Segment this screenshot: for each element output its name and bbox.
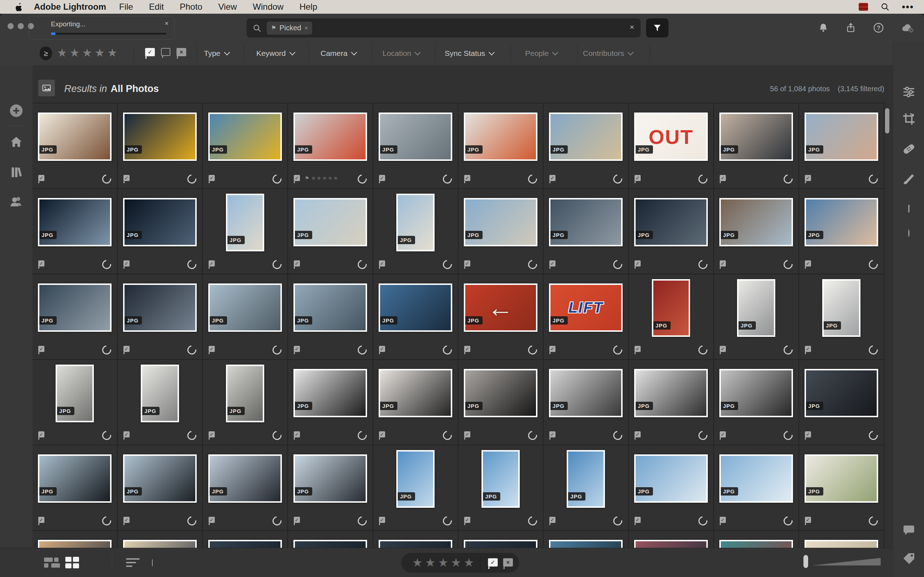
- photo-cell-traffic-cone-closeup[interactable]: JPG✓⚑★★★★★: [288, 103, 373, 189]
- filter-toggle-button[interactable]: [646, 18, 669, 37]
- radial-gradient-button[interactable]: [908, 230, 909, 237]
- photo-cell-sunflowers-sky[interactable]: JPG✓: [203, 103, 288, 189]
- picked-flag-checkbox[interactable]: ✓: [38, 431, 44, 437]
- picked-flag-checkbox[interactable]: ✓: [635, 431, 641, 437]
- flag-unflagged-filter[interactable]: [161, 48, 170, 56]
- picked-flag-checkbox[interactable]: ✓: [38, 175, 44, 181]
- picked-flag-checkbox[interactable]: ✓: [635, 260, 641, 266]
- photo-cell-skyline-clouds[interactable]: JPG✓: [629, 445, 714, 531]
- menu-item-edit[interactable]: Edit: [149, 2, 164, 12]
- photo-cell-building-portrait[interactable]: JPG✓: [203, 189, 288, 274]
- toolbar-rating-stars[interactable]: ★★★★★: [412, 556, 477, 569]
- window-close-button[interactable]: [8, 23, 14, 29]
- picked-flag-checkbox[interactable]: ✓: [208, 517, 215, 523]
- sidebar-item-library[interactable]: [9, 165, 23, 179]
- app-name[interactable]: Adobe Lightroom: [34, 2, 106, 12]
- export-cancel-icon[interactable]: ×: [165, 19, 168, 27]
- photo-thumbnail[interactable]: JPG: [294, 455, 367, 503]
- photo-thumbnail[interactable]: JPG: [464, 198, 538, 246]
- photo-thumbnail[interactable]: JPG: [396, 450, 435, 508]
- photo-cell-mask-straw-portrait[interactable]: JPG✓: [714, 103, 799, 189]
- photo-thumbnail[interactable]: JPG: [464, 369, 538, 417]
- picked-flag-checkbox[interactable]: ✓: [379, 175, 385, 181]
- picked-flag-checkbox[interactable]: ✓: [208, 175, 215, 181]
- photo-thumbnail[interactable]: JPG: [634, 455, 708, 503]
- photo-cell-night-clouds-glow[interactable]: JPG✓: [32, 189, 118, 274]
- thumbnail-size-slider-track[interactable]: [812, 558, 881, 566]
- picked-flag-checkbox[interactable]: ✓: [720, 346, 726, 352]
- photo-cell-partial-dark-4[interactable]: JPG✓: [459, 531, 544, 549]
- photo-thumbnail[interactable]: JPG: [208, 113, 282, 161]
- photo-thumbnail[interactable]: JPG: [804, 198, 878, 246]
- picked-flag-checkbox[interactable]: ✓: [805, 517, 811, 523]
- photo-thumbnail[interactable]: JPG: [634, 198, 708, 246]
- notifications-bell-icon[interactable]: [818, 22, 829, 34]
- photo-cell-partial-red-blue[interactable]: JPG✓: [629, 531, 714, 549]
- photo-cell-partial-warm-2[interactable]: JPG✓: [118, 531, 203, 549]
- photo-cell-partial-beige[interactable]: JPG✓: [799, 531, 884, 549]
- photo-cell-dumpling-plate-top[interactable]: JPG✓: [799, 445, 884, 531]
- photo-cell-building-portrait-2[interactable]: JPG✓: [373, 189, 459, 274]
- picked-flag-checkbox[interactable]: ✓: [720, 517, 726, 523]
- photo-thumbnail[interactable]: JPG: [396, 193, 435, 251]
- sort-button[interactable]: [126, 558, 140, 567]
- photo-thumbnail[interactable]: JPG: [719, 369, 793, 417]
- filter-dropdown-sync-status[interactable]: Sync Status: [445, 42, 494, 65]
- picked-flag-checkbox[interactable]: ✓: [294, 346, 300, 352]
- picked-flag-checkbox[interactable]: ✓: [464, 431, 470, 437]
- keywords-button[interactable]: [901, 551, 916, 566]
- photo-thumbnail[interactable]: JPG: [379, 284, 452, 332]
- photo-cell-cone-white-fence[interactable]: JPG✓: [459, 103, 544, 189]
- photo-thumbnail[interactable]: JPG: [38, 455, 111, 503]
- photo-cell-desk-dark[interactable]: JPG✓: [799, 360, 884, 445]
- picked-flag-checkbox[interactable]: ✓: [379, 431, 385, 437]
- picked-flag-checkbox[interactable]: ✓: [208, 431, 215, 437]
- picked-flag-checkbox[interactable]: ✓: [123, 260, 129, 266]
- photo-thumbnail[interactable]: JPG: [208, 284, 282, 332]
- picked-flag-checkbox[interactable]: ✓: [549, 431, 556, 437]
- window-minimize-button[interactable]: [18, 23, 24, 29]
- picked-flag-checkbox[interactable]: ✓: [635, 346, 641, 352]
- photo-thumbnail[interactable]: JPG: [123, 284, 197, 332]
- photo-cell-warehouse-person[interactable]: JPG✓: [203, 274, 288, 360]
- menu-item-file[interactable]: File: [119, 2, 133, 12]
- photo-cell-arrow-sign[interactable]: ←JPG✓: [459, 274, 544, 360]
- picked-flag-checkbox[interactable]: ✓: [464, 260, 470, 266]
- photo-thumbnail[interactable]: LIFTJPG: [549, 284, 623, 332]
- photo-thumbnail[interactable]: OUTJPG: [634, 113, 708, 161]
- mosaic-view-button[interactable]: [44, 558, 58, 567]
- add-photos-button[interactable]: [8, 103, 24, 119]
- menu-item-view[interactable]: View: [218, 2, 237, 12]
- photo-thumbnail[interactable]: JPG: [56, 364, 94, 422]
- photo-thumbnail[interactable]: JPG: [38, 198, 111, 246]
- picked-flag-checkbox[interactable]: ✓: [635, 517, 641, 523]
- photo-thumbnail[interactable]: JPG: [208, 455, 282, 503]
- picked-flag-checkbox[interactable]: ✓: [549, 346, 556, 352]
- photo-thumbnail[interactable]: JPG: [549, 369, 623, 417]
- search-token-picked[interactable]: ⚑ Picked ×: [267, 22, 312, 35]
- photo-thumbnail[interactable]: JPG: [737, 279, 775, 337]
- picked-flag-checkbox[interactable]: ✓: [294, 260, 300, 266]
- photo-cell-selfie-mask-dark[interactable]: JPG✓: [118, 274, 203, 360]
- photo-cell-skyline-spire[interactable]: JPG✓: [714, 445, 799, 531]
- photo-thumbnail[interactable]: JPG: [38, 284, 111, 332]
- photo-cell-sky-clouds-portrait-2[interactable]: JPG✓: [459, 445, 544, 531]
- help-icon[interactable]: ?: [873, 22, 884, 34]
- photo-cell-scaffold-person[interactable]: JPG✓: [288, 274, 373, 360]
- spotlight-search-icon[interactable]: [880, 2, 890, 11]
- photo-thumbnail[interactable]: JPG: [652, 279, 690, 337]
- picked-flag-checkbox[interactable]: ✓: [208, 346, 215, 352]
- picked-flag-checkbox[interactable]: ✓: [38, 260, 44, 266]
- flag-picked-filter[interactable]: ✓: [145, 48, 155, 56]
- photo-cell-night-clouds-dark[interactable]: JPG✓: [118, 189, 203, 274]
- photo-thumbnail[interactable]: JPG: [804, 113, 878, 161]
- comments-button[interactable]: [901, 523, 916, 537]
- toolbar-flag-reject[interactable]: ×: [503, 558, 513, 567]
- picked-flag-checkbox[interactable]: ✓: [123, 346, 129, 352]
- photo-thumbnail[interactable]: JPG: [804, 369, 878, 417]
- picked-flag-checkbox[interactable]: ✓: [379, 346, 385, 352]
- photo-cell-out-sign[interactable]: OUTJPG✓: [629, 103, 714, 189]
- grid-scrollbar-thumb[interactable]: [885, 108, 889, 134]
- filter-dropdown-contributors[interactable]: Contributors: [583, 42, 633, 65]
- apple-menu[interactable]: [15, 2, 24, 11]
